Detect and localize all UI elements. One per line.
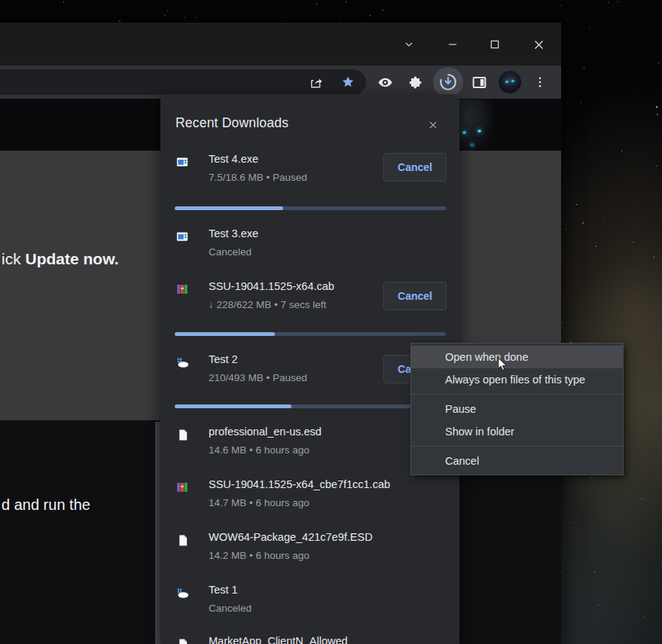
eye-extension-icon[interactable] — [370, 67, 400, 97]
star-dot — [184, 17, 185, 18]
star-dot — [613, 32, 614, 32]
star-dot — [167, 10, 168, 11]
download-name: SSU-19041.1525-x64.cab — [209, 280, 334, 292]
download-item[interactable]: Test 4.exe 7.5/18.6 MB • Paused Cancel — [160, 153, 459, 188]
side-panel-icon[interactable] — [464, 67, 494, 97]
star-dot — [560, 5, 561, 6]
page-text-run: d and run the — [2, 496, 90, 514]
download-item[interactable]: MarketApp_ClientN_Allowed — [160, 635, 459, 644]
star-dot — [164, 14, 165, 14]
exe-file-icon — [175, 154, 190, 169]
progress-fill — [175, 404, 291, 408]
star-dot — [246, 5, 246, 5]
star-dot — [562, 322, 563, 323]
download-status: ↓ 228/622 MB • 7 secs left — [209, 299, 326, 310]
star-dot — [633, 242, 633, 243]
star-dot — [383, 10, 383, 11]
download-progressbar — [175, 332, 446, 336]
download-progressbar — [175, 206, 446, 210]
winrar-archive-icon — [175, 282, 190, 297]
star-dot — [581, 102, 581, 103]
star-dot — [282, 17, 282, 18]
star-dot — [656, 106, 657, 108]
download-name: SSU-19041.1525-x64_cbe7f1cc1.cab — [209, 478, 390, 490]
avatar-image — [499, 71, 521, 93]
star-dot — [196, 17, 197, 18]
star-dot — [573, 522, 574, 523]
menu-item-always-open[interactable]: Always open files of this type — [411, 368, 623, 391]
menu-separator — [411, 394, 623, 395]
winrar-archive-icon — [175, 480, 190, 495]
download-name: Test 1 — [209, 584, 238, 596]
minimize-button[interactable] — [440, 32, 465, 57]
progress-fill — [175, 206, 283, 210]
download-status: 14.6 MB • 6 hours ago — [209, 444, 310, 456]
extensions-puzzle-icon[interactable] — [400, 67, 430, 97]
star-dot — [316, 4, 317, 5]
star-dot — [598, 605, 599, 606]
page-text-update-prefix: ick — [2, 250, 26, 267]
star-dot — [119, 20, 121, 22]
star-dot — [164, 15, 166, 17]
download-status: 210/493 MB • Paused — [209, 372, 307, 383]
window-titlebar — [0, 23, 561, 66]
star-dot — [63, 2, 64, 2]
kebab-menu-icon[interactable] — [525, 67, 555, 97]
downloads-active-highlight — [433, 67, 463, 97]
panel-close-icon[interactable] — [425, 117, 441, 133]
star-dot — [584, 68, 584, 69]
menu-item-pause[interactable]: Pause — [411, 398, 623, 420]
installer-disk-icon — [175, 355, 190, 370]
profile-avatar[interactable] — [495, 67, 525, 97]
download-item[interactable]: SSU-19041.1525-x64.cab ↓ 228/622 MB • 7 … — [160, 280, 459, 315]
document-file-icon — [175, 427, 190, 442]
downloads-icon[interactable] — [433, 67, 463, 97]
bookmark-star-icon[interactable] — [333, 67, 363, 97]
share-icon[interactable] — [301, 67, 331, 97]
star-dot — [654, 257, 654, 258]
star-dot — [604, 221, 605, 221]
page-scrollbar[interactable] — [155, 422, 160, 644]
star-dot — [576, 204, 577, 205]
star-dot — [594, 572, 595, 572]
download-context-menu: Open when done Always open files of this… — [410, 343, 624, 475]
installer-disk-icon — [175, 585, 190, 600]
star-dot — [606, 625, 607, 626]
star-dot — [648, 407, 648, 408]
cancel-download-button[interactable]: Cancel — [383, 153, 447, 182]
download-name: Test 2 — [209, 353, 238, 365]
star-dot — [656, 166, 657, 166]
menu-item-cancel[interactable]: Cancel — [411, 450, 623, 472]
star-dot — [339, 18, 340, 19]
star-dot — [589, 27, 590, 28]
download-item[interactable]: Test 1 Canceled — [160, 584, 459, 618]
document-file-icon — [175, 533, 190, 548]
tab-search-chevron-icon[interactable] — [396, 32, 422, 57]
star-dot — [591, 478, 592, 478]
page-text-update: ick Update now. — [2, 250, 119, 268]
star-dot — [658, 63, 659, 63]
star-dot — [582, 222, 584, 224]
download-name: MarketApp_ClientN_Allowed — [209, 635, 348, 644]
star-dot — [370, 15, 371, 16]
download-name: WOW64-Package_421c7e9f.ESD — [209, 531, 373, 543]
menu-item-open-when-done[interactable]: Open when done — [411, 346, 623, 368]
download-item[interactable]: WOW64-Package_421c7e9f.ESD 14.2 MB • 6 h… — [160, 531, 459, 566]
mouse-cursor-icon — [496, 357, 509, 375]
menu-item-show-in-folder[interactable]: Show in folder — [411, 420, 623, 443]
download-item[interactable]: SSU-19041.1525-x64_cbe7f1cc1.cab 14.7 MB… — [160, 478, 459, 513]
download-progressbar — [175, 404, 446, 408]
star-dot — [644, 617, 645, 618]
download-status: Canceled — [209, 603, 252, 614]
close-button[interactable] — [526, 32, 551, 57]
download-item[interactable]: Test 3.exe Canceled — [160, 227, 459, 262]
exe-file-icon — [175, 229, 190, 244]
maximize-button[interactable] — [482, 32, 508, 57]
star-dot — [608, 2, 609, 3]
star-dot — [595, 246, 596, 247]
star-dot — [346, 2, 346, 2]
star-dot — [653, 306, 654, 307]
download-name: professional_en-us.esd — [209, 426, 322, 438]
cancel-download-button[interactable]: Cancel — [383, 282, 447, 310]
star-dot — [566, 229, 566, 230]
